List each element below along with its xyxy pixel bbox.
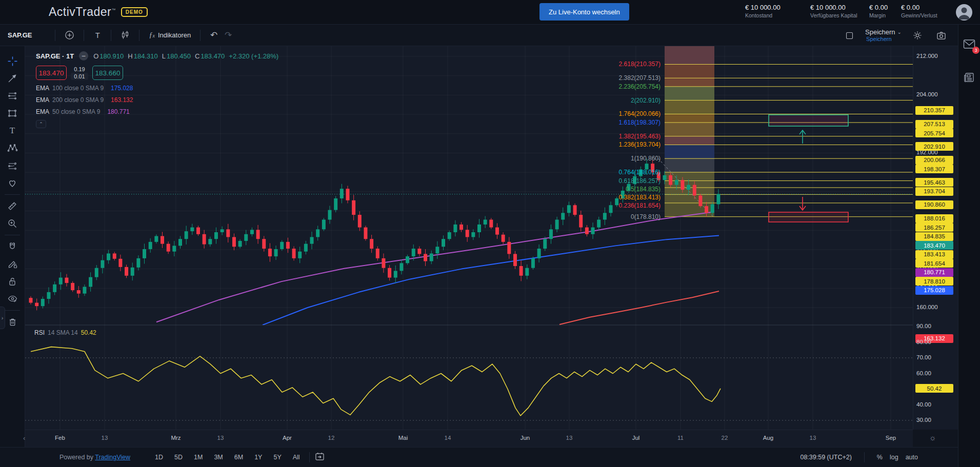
ohlc-readout: O180.910 H184.310 L180.450 C183.470 +2.3…	[93, 52, 278, 60]
account-margin: € 0.00 Margin	[869, 4, 888, 18]
zoom-in-tool-icon[interactable]	[4, 215, 21, 232]
range-3m[interactable]: 3M	[210, 452, 227, 463]
svg-text:0.618(186.257): 0.618(186.257)	[619, 177, 661, 185]
bottom-right-controls: 08:39:59 (UTC+2) % log auto	[800, 452, 918, 462]
remove-drawings-trash-icon[interactable]	[4, 313, 21, 331]
price-label-yellow: 181.654	[915, 259, 953, 268]
ema-100-legend: EMA100 close 0 SMA 9 175.028	[36, 85, 278, 92]
emoji-heart-tool-icon[interactable]	[4, 174, 21, 192]
price-label-yellow: 188.016	[915, 214, 953, 223]
price-label-blue: 175.028	[915, 286, 953, 295]
log-scale-toggle[interactable]: log	[890, 454, 898, 461]
tradingview-link[interactable]: TradingView	[95, 454, 130, 461]
price-scale[interactable]: 212.000204.000192.000172.000168.000164.0…	[913, 46, 958, 430]
price-tick: 212.000	[916, 53, 938, 59]
legend-symbol-title[interactable]: SAP.GE · 1T	[36, 52, 74, 60]
forecast-tool-icon[interactable]	[4, 157, 21, 174]
save-link[interactable]: Speichern	[866, 36, 892, 42]
time-tick: Sep	[886, 435, 896, 441]
price-label-yellow: 202.910	[915, 142, 953, 151]
magnet-tool-icon[interactable]	[4, 238, 21, 255]
rsi-tick: 40.00	[916, 401, 931, 408]
scroll-left-icon[interactable]: ‹	[23, 434, 25, 442]
time-tick: Aug	[763, 435, 773, 441]
news-icon[interactable]	[964, 72, 975, 85]
range-5d[interactable]: 5D	[170, 452, 187, 463]
rsi-tick: 90.00	[916, 323, 931, 329]
time-axis[interactable]: ‹ Feb13Mrz13Apr12Mai14Jun13Jul1122Aug13S…	[25, 430, 913, 447]
svg-text:2.618(210.357): 2.618(210.357)	[619, 60, 661, 68]
time-tick: 13	[810, 435, 816, 441]
chart-toolbar: SAP.GE T ƒx Indikatoren ↶ ↷ Speichern⌄ S…	[0, 25, 980, 46]
range-1y[interactable]: 1Y	[250, 452, 266, 463]
timeframe-icon[interactable]: T	[90, 28, 105, 43]
pattern-xabcd-tool-icon[interactable]	[4, 139, 21, 157]
legend-expand-icon[interactable]: ⌃	[36, 120, 46, 128]
fib-retracement-tool-icon[interactable]	[4, 87, 21, 105]
account-balance: € 10 000.00 Kontostand	[745, 4, 781, 18]
text-tool-icon[interactable]: T	[4, 122, 21, 139]
trend-line-tool-icon[interactable]	[4, 70, 21, 87]
layout-select-icon[interactable]	[842, 28, 857, 43]
price-label-teal: 183.470	[915, 241, 953, 250]
sell-button[interactable]: 183.470	[36, 66, 67, 80]
price-label-yellow: 195.463	[915, 178, 953, 187]
price-label-yellow: 205.754	[915, 129, 953, 137]
range-6m[interactable]: 6M	[230, 452, 247, 463]
candle-style-icon[interactable]	[117, 28, 133, 43]
price-label-yellow: 193.704	[915, 187, 953, 196]
divider	[309, 452, 310, 462]
svg-text:1.764(200.066): 1.764(200.066)	[619, 110, 661, 117]
lock-drawings-icon[interactable]	[4, 273, 21, 290]
settings-gear-icon[interactable]	[910, 28, 925, 43]
measure-ruler-tool-icon[interactable]	[4, 197, 21, 215]
spread-display: 0.19 0.01	[67, 66, 92, 80]
svg-text:2(202.910): 2(202.910)	[631, 97, 661, 104]
price-label-yellow: 178.810	[915, 277, 953, 286]
ema-50-legend: EMA50 close 0 SMA 9 180.771	[36, 108, 278, 115]
time-tick: 13	[102, 435, 108, 441]
range-1m[interactable]: 1M	[190, 452, 207, 463]
crosshair-tool-icon[interactable]	[4, 52, 21, 70]
save-layout-button[interactable]: Speichern⌄ Speichern	[865, 29, 902, 42]
price-label-yellow: 184.835	[915, 232, 953, 241]
divider	[864, 452, 865, 462]
session-clock[interactable]: 08:39:59 (UTC+2)	[800, 454, 851, 461]
price-label-yellow: 200.066	[915, 156, 953, 165]
scale-settings-icon[interactable]: ☼	[929, 433, 936, 442]
chart-canvas[interactable]: 2.618(210.357)2.382(207.513)2.236(205.75…	[25, 46, 913, 447]
buy-button[interactable]: 183.660	[92, 66, 123, 80]
indicators-button[interactable]: ƒx Indikatoren	[146, 28, 194, 43]
divider	[5, 194, 20, 195]
auto-scale-toggle[interactable]: auto	[906, 454, 918, 461]
divider	[5, 235, 20, 235]
drawing-mode-lock-icon[interactable]	[4, 255, 21, 273]
divider	[84, 30, 84, 41]
time-tick: 13	[217, 435, 224, 441]
time-tick: Mai	[398, 435, 408, 441]
time-tick: 11	[677, 435, 684, 441]
screenshot-camera-icon[interactable]	[933, 28, 949, 43]
compare-add-icon[interactable]	[62, 28, 77, 43]
symbol-button[interactable]: SAP.GE	[8, 31, 32, 39]
time-tick: Apr	[283, 435, 292, 441]
switch-to-live-button[interactable]: Zu Live-Konto wechseln	[539, 3, 629, 21]
rsi-tick: 70.00	[916, 354, 931, 360]
messages-mail-icon[interactable]: 3	[963, 39, 975, 51]
time-tick: Feb	[55, 435, 65, 441]
collapse-legend-icon[interactable]: –	[79, 51, 88, 60]
toolbar-collapse-handle[interactable]: ›	[0, 307, 5, 329]
hide-drawings-eye-icon[interactable]	[4, 290, 21, 308]
range-5y[interactable]: 5Y	[269, 452, 285, 463]
divider	[139, 30, 139, 41]
range-selector: 1D 5D 1M 3M 6M 1Y 5Y All	[151, 452, 304, 463]
redo-icon[interactable]: ↷	[221, 28, 235, 43]
go-to-date-icon[interactable]	[315, 452, 325, 462]
range-1d[interactable]: 1D	[151, 452, 167, 463]
undo-icon[interactable]: ↶	[207, 28, 221, 43]
range-all[interactable]: All	[289, 452, 304, 463]
shapes-tool-icon[interactable]	[4, 105, 21, 122]
svg-text:0(178.810): 0(178.810)	[631, 213, 661, 220]
user-avatar[interactable]	[956, 4, 972, 21]
percent-scale-toggle[interactable]: %	[877, 454, 883, 461]
